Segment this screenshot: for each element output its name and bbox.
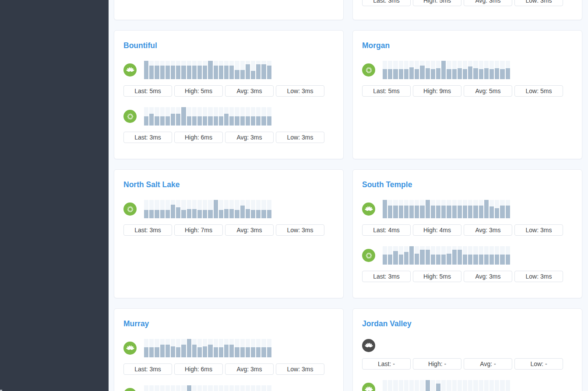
location-card: BountifulLast: 5msHigh: 5msAvg: 3msLow: … bbox=[114, 30, 344, 159]
latency-bar bbox=[484, 380, 489, 391]
latency-bar bbox=[500, 61, 504, 79]
bar-track bbox=[468, 380, 472, 391]
stats-row: Last: 4msHigh: 4msAvg: 3msLow: 3ms bbox=[362, 224, 563, 236]
stat-pill-avg: Avg: 3ms bbox=[464, 224, 512, 236]
latency-bar bbox=[409, 246, 414, 265]
spinner-icon[interactable] bbox=[123, 388, 137, 391]
card-title-link[interactable]: Morgan bbox=[362, 41, 573, 50]
bar-track bbox=[500, 380, 504, 391]
latency-bar bbox=[404, 200, 408, 218]
bar-track bbox=[229, 385, 234, 391]
bar-fill bbox=[261, 64, 266, 79]
bar-track bbox=[261, 385, 266, 391]
bar-fill bbox=[463, 206, 467, 218]
bar-fill bbox=[224, 114, 229, 126]
bar-fill bbox=[473, 68, 478, 79]
bar-track bbox=[208, 385, 212, 391]
peacock-icon[interactable] bbox=[123, 342, 137, 355]
latency-bar bbox=[426, 380, 430, 391]
bar-fill bbox=[415, 69, 419, 79]
latency-bar bbox=[415, 380, 419, 391]
stat-pill-avg: Avg: 3ms bbox=[225, 132, 274, 143]
spinner-icon[interactable] bbox=[362, 249, 375, 262]
latency-bar bbox=[256, 339, 261, 357]
bar-fill bbox=[404, 252, 408, 265]
latency-bar bbox=[463, 380, 467, 391]
stat-pill-last: Last: 5ms bbox=[123, 85, 172, 97]
latency-bar bbox=[431, 380, 435, 391]
bar-fill bbox=[463, 69, 467, 79]
bar-fill bbox=[256, 210, 261, 218]
bar-fill bbox=[203, 346, 207, 357]
latency-sparkline bbox=[144, 339, 271, 357]
latency-sparkline bbox=[144, 107, 271, 126]
bar-fill bbox=[246, 64, 250, 79]
bar-track bbox=[155, 385, 159, 391]
spinner-icon[interactable] bbox=[123, 202, 137, 216]
sidebar-nav bbox=[0, 0, 109, 391]
card-title-link[interactable]: Bountiful bbox=[123, 41, 334, 50]
stat-pill-avg: Avg: 3ms bbox=[225, 224, 274, 236]
bar-fill bbox=[393, 206, 398, 218]
latency-bar bbox=[224, 385, 229, 391]
latency-bar bbox=[436, 380, 440, 391]
latency-bar bbox=[214, 339, 218, 357]
peacock-icon[interactable] bbox=[362, 383, 375, 391]
stat-pill-high: High: 4ms bbox=[413, 224, 461, 236]
card-title-link[interactable]: Murray bbox=[123, 319, 334, 328]
latency-bar bbox=[383, 200, 387, 218]
latency-bar bbox=[187, 385, 191, 391]
bar-fill bbox=[506, 68, 510, 79]
bar-fill bbox=[458, 68, 462, 79]
bar-fill bbox=[187, 209, 191, 218]
peacock-icon[interactable] bbox=[123, 63, 137, 77]
latency-bar bbox=[409, 380, 414, 391]
latency-bar bbox=[214, 61, 218, 79]
latency-bar bbox=[203, 61, 207, 79]
card-title-link[interactable]: Jordan Valley bbox=[362, 319, 573, 328]
peacock-icon[interactable] bbox=[362, 202, 375, 216]
bar-track bbox=[165, 385, 170, 391]
latency-bar bbox=[383, 380, 387, 391]
latency-bar bbox=[197, 107, 202, 126]
latency-bar bbox=[160, 385, 165, 391]
latency-bar bbox=[399, 200, 403, 218]
latency-bar bbox=[506, 200, 510, 218]
latency-sparkline bbox=[383, 200, 510, 218]
bar-fill bbox=[160, 116, 165, 126]
latency-bar bbox=[436, 61, 440, 79]
stats-row: Last: 5msHigh: 9msAvg: 5msLow: 5ms bbox=[362, 85, 563, 97]
bar-track bbox=[495, 380, 499, 391]
peacock-icon[interactable] bbox=[362, 339, 375, 352]
latency-bar bbox=[149, 385, 154, 391]
stat-pill-avg: Avg: - bbox=[464, 358, 512, 370]
latency-bar bbox=[261, 385, 266, 391]
latency-bar bbox=[399, 61, 403, 79]
spinner-icon[interactable] bbox=[123, 110, 137, 123]
bar-track bbox=[484, 380, 489, 391]
bar-fill bbox=[144, 210, 148, 218]
bar-track bbox=[149, 385, 154, 391]
card-title-link[interactable]: North Salt Lake bbox=[123, 180, 334, 189]
card-row: North Salt LakeLast: 3msHigh: 7msAvg: 3m… bbox=[114, 169, 582, 298]
monitor-row bbox=[123, 339, 334, 357]
bar-fill bbox=[468, 66, 472, 79]
latency-sparkline bbox=[383, 246, 510, 265]
latency-bar bbox=[229, 385, 234, 391]
latency-bar bbox=[208, 385, 212, 391]
card-title-link[interactable]: South Temple bbox=[362, 180, 573, 189]
bar-fill bbox=[393, 69, 398, 79]
bar-fill bbox=[235, 70, 239, 79]
latency-bar bbox=[155, 107, 159, 126]
bar-track bbox=[388, 380, 392, 391]
latency-bar bbox=[208, 339, 212, 357]
latency-bar bbox=[463, 200, 467, 218]
bar-fill bbox=[155, 116, 159, 126]
stat-pill-last: Last: 3ms bbox=[123, 224, 172, 236]
latency-bar bbox=[495, 61, 499, 79]
spinner-icon[interactable] bbox=[362, 63, 375, 77]
bar-fill bbox=[246, 116, 250, 126]
bar-fill bbox=[197, 210, 202, 218]
bar-fill bbox=[484, 200, 489, 218]
latency-bar bbox=[208, 61, 212, 79]
